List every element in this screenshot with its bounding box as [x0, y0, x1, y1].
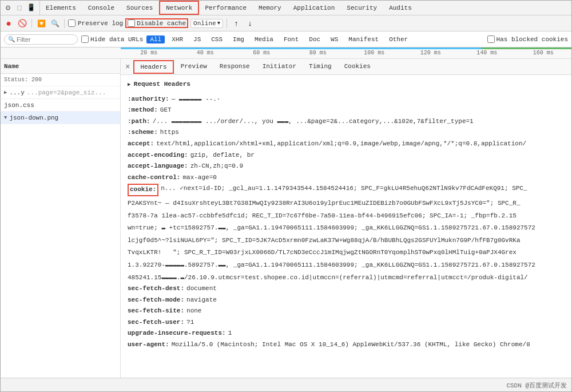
header-sec-fetch-dest-value: document — [186, 284, 217, 294]
list-item[interactable]: json.css — [1, 99, 120, 112]
has-blocked-label[interactable]: Has blocked cookies — [487, 35, 568, 43]
filter-manifest-chip[interactable]: Manifest — [345, 35, 382, 43]
header-user-agent-value: Mozilla/5.0 (Macintosh; Intel Mac OS X 1… — [172, 340, 530, 350]
network-toolbar: ● 🚫 🔽 🔍 Preserve log Disable cache Onlin… — [1, 15, 571, 31]
header-cookie-value-6: TvqxLKTR! "; SPC_R_T_ID=W03rjxLX0066D/TL… — [128, 249, 517, 256]
header-accept-encoding-row: accept-encoding gzip, deflate, br — [128, 151, 565, 161]
tab-sources[interactable]: Sources — [121, 1, 159, 15]
import-button[interactable]: ↑ — [231, 18, 242, 29]
list-item-selected[interactable]: ▼ json-down.png — [1, 112, 120, 124]
timeline-labels: 20 ms 40 ms 60 ms 80 ms 100 ms 120 ms 14… — [1, 50, 571, 56]
header-cookie-name: cookie — [128, 184, 158, 196]
has-blocked-text: Has blocked cookies — [496, 36, 568, 43]
filter-img-chip[interactable]: Img — [229, 35, 248, 43]
timeline-bar: 20 ms 40 ms 60 ms 80 ms 100 ms 120 ms 14… — [1, 47, 571, 59]
filter-ws-chip[interactable]: WS — [327, 35, 341, 43]
timeline-160ms: 160 ms — [515, 50, 572, 56]
header-accept-language-name: accept-language — [128, 161, 188, 172]
tab-headers[interactable]: Headers — [133, 60, 173, 74]
header-accept-value: text/html,application/xhtml+xml,applicat… — [156, 139, 526, 149]
header-sec-fetch-mode-row: sec-fetch-mode navigate — [128, 295, 565, 306]
close-button[interactable]: × — [123, 62, 132, 72]
disable-cache-label[interactable]: Disable cache — [125, 18, 188, 28]
filter-button[interactable]: 🔽 — [35, 18, 47, 29]
inspect-icon[interactable]: ⬚ — [14, 3, 25, 13]
tab-audits[interactable]: Audits — [383, 1, 418, 15]
tab-network[interactable]: Network — [159, 1, 199, 15]
item-detail: ...page=2&page_siz... — [27, 89, 106, 96]
online-text: Online — [193, 20, 216, 27]
filter-font-chip[interactable]: Font — [280, 35, 302, 43]
header-scheme-row: :scheme https — [128, 128, 565, 138]
preserve-log-label[interactable]: Preserve log — [68, 19, 123, 27]
tab-bar: ⚙ ⬚ 📱 Elements Console Sources Network P… — [1, 1, 571, 15]
hide-data-urls-label[interactable]: Hide data URLs — [81, 35, 143, 43]
clear-button[interactable]: 🚫 — [17, 18, 28, 29]
header-authority-value: — ▬▬▬▬▬▬ --.· — [172, 94, 221, 105]
filter-other-chip[interactable]: Other — [386, 35, 411, 43]
filter-input[interactable] — [17, 36, 74, 43]
tab-elements[interactable]: Elements — [40, 1, 82, 15]
tab-performance[interactable]: Performance — [199, 1, 253, 15]
tab-response[interactable]: Response — [214, 61, 256, 73]
header-upgrade-row: upgrade-insecure-requests 1 — [128, 328, 565, 339]
header-upgrade-name: upgrade-insecure-requests — [128, 328, 226, 339]
expand-icon: ▼ — [4, 115, 7, 121]
preserve-log-checkbox[interactable] — [68, 19, 76, 27]
devtools-icon[interactable]: ⚙ — [3, 3, 13, 13]
tab-console[interactable]: Console — [82, 1, 121, 15]
record-button[interactable]: ● — [3, 18, 14, 29]
header-sec-fetch-mode-name: sec-fetch-mode — [128, 295, 184, 306]
details-panel: × Headers Preview Response Initiator Tim… — [121, 59, 571, 378]
search-button[interactable]: 🔍 — [49, 18, 61, 29]
header-cookie-row: cookie n... ✓next=id-ID; _gcl_au=1.1.147… — [128, 184, 565, 283]
header-cookie-value-8: 485241.15▬▬▬▬.▬/26.10.9.utmcsr=test.shop… — [128, 274, 528, 281]
disable-cache-checkbox[interactable] — [128, 19, 135, 27]
filter-input-wrap[interactable]: 🔍 — [4, 34, 78, 45]
header-sec-fetch-site-row: sec-fetch-site none — [128, 306, 565, 316]
header-accept-encoding-name: accept-encoding — [128, 151, 188, 161]
list-item[interactable]: ▶ ...y ...page=2&page_siz... — [1, 86, 120, 99]
header-authority-name: :authority — [128, 94, 169, 105]
devtools-controls: ⚙ ⬚ 📱 — [3, 1, 40, 15]
filter-xhr-chip[interactable]: XHR — [168, 35, 186, 43]
timeline-120ms: 120 ms — [403, 50, 459, 56]
header-accept-row: accept text/html,application/xhtml+xml,a… — [128, 139, 565, 149]
name-column-header: Name — [4, 63, 19, 70]
hide-data-urls-checkbox[interactable] — [81, 35, 89, 43]
filter-media-chip[interactable]: Media — [251, 35, 277, 43]
header-sec-fetch-dest-row: sec-fetch-dest document — [128, 284, 565, 294]
tab-initiator[interactable]: Initiator — [257, 61, 302, 73]
filter-css-chip[interactable]: CSS — [208, 35, 226, 43]
toolbar-separator-2 — [64, 19, 65, 28]
header-path-row: :path /... ▬▬▬▬▬▬▬▬ .../order/..., you ▬… — [128, 117, 565, 127]
header-sec-fetch-user-row: sec-fetch-user ?1 — [128, 318, 565, 328]
disable-cache-text: Disable cache — [137, 20, 186, 27]
net-list-header: Name — [1, 59, 120, 74]
chevron-down-icon: ▼ — [217, 21, 220, 26]
list-item[interactable]: Status: 200 — [1, 74, 120, 86]
filter-js-chip[interactable]: JS — [190, 35, 204, 43]
timeline-20ms: 20 ms — [121, 50, 177, 56]
timeline-80ms: 80 ms — [290, 50, 347, 56]
device-icon[interactable]: 📱 — [26, 3, 36, 13]
has-blocked-checkbox[interactable] — [487, 35, 495, 43]
tab-memory[interactable]: Memory — [253, 1, 288, 15]
tab-cookies[interactable]: Cookies — [339, 61, 376, 73]
export-button[interactable]: ↓ — [244, 18, 256, 29]
tab-application[interactable]: Application — [288, 1, 341, 15]
expand-icon: ▶ — [4, 89, 7, 96]
throttle-select[interactable]: Online ▼ — [190, 19, 223, 28]
header-cookie-value-7: 1.3.92270-▬▬▬▬▬.5892757.▬▬, _ga=GA1.1.19… — [128, 262, 535, 268]
filter-bar: 🔍 Hide data URLs All XHR JS CSS Img Medi… — [1, 31, 571, 47]
header-user-agent-name: user-agent — [128, 340, 169, 350]
filter-all-chip[interactable]: All — [146, 35, 165, 43]
tab-preview[interactable]: Preview — [175, 61, 213, 73]
filter-doc-chip[interactable]: Doc — [305, 35, 324, 43]
tab-timing[interactable]: Timing — [303, 61, 337, 73]
header-method-row: :method GET — [128, 105, 565, 116]
timeline-60ms: 60 ms — [233, 50, 290, 56]
header-path-value: /... ▬▬▬▬▬▬▬▬ .../order/..., you ▬▬▬, ..… — [153, 117, 474, 127]
header-sec-fetch-dest-name: sec-fetch-dest — [128, 284, 184, 294]
tab-security[interactable]: Security — [341, 1, 383, 15]
